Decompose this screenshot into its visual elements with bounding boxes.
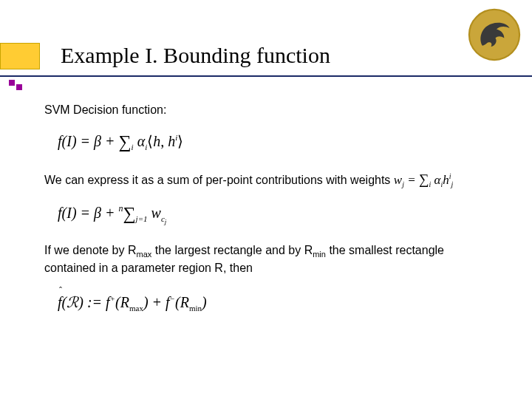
formula-per-point: f(I) = β + n∑j=1 wcj bbox=[58, 200, 488, 225]
accent-dot bbox=[9, 80, 15, 86]
rangle-icon: ⟩ bbox=[177, 133, 183, 149]
r-min-sub: min bbox=[313, 250, 326, 259]
sum-lower: j=1 bbox=[136, 214, 148, 223]
hat-icon: ˆ bbox=[59, 284, 62, 296]
accent-dot bbox=[16, 84, 22, 90]
R-arg: (ℛ) := f bbox=[62, 294, 110, 310]
rmin-sub: min bbox=[189, 304, 202, 313]
slide-body: SVM Decision function: f(I) = β + ∑i αi⟨… bbox=[44, 102, 488, 332]
eq: = bbox=[404, 173, 419, 187]
j-sub: j bbox=[165, 218, 167, 225]
f: f bbox=[58, 294, 62, 310]
paren2: (R bbox=[175, 294, 189, 310]
paragraph-svm-decision: SVM Decision function: bbox=[44, 102, 488, 118]
formula-weights-inline: wj = ∑i αihij bbox=[394, 173, 453, 187]
h-h: h, h bbox=[153, 133, 175, 149]
formula-svm-decision: f(I) = β + ∑i αi⟨h, hi⟩ bbox=[58, 129, 488, 153]
r-max-sub: max bbox=[137, 250, 152, 259]
sum-subscript: i bbox=[132, 143, 134, 151]
slide-title: Example I. Bounding function bbox=[61, 43, 330, 68]
paragraph-text: We can express it as a sum of per-point … bbox=[44, 174, 394, 186]
h-sub: j bbox=[451, 181, 454, 189]
f-plus-sup: + bbox=[110, 294, 115, 303]
f-minus-sup: − bbox=[170, 294, 175, 303]
text: If we denote by R bbox=[44, 244, 137, 256]
h: h bbox=[443, 173, 449, 187]
f-hat: ˆf bbox=[58, 293, 62, 313]
sum-upper: n bbox=[119, 203, 123, 214]
rmax-sub: max bbox=[129, 304, 143, 313]
w: w bbox=[148, 205, 161, 221]
mid: ) + f bbox=[143, 294, 170, 310]
corner-accent-box bbox=[0, 43, 40, 69]
alpha: α bbox=[137, 133, 146, 149]
h-sup: i bbox=[449, 173, 451, 181]
slide: Example I. Bounding function SVM Decisio… bbox=[0, 0, 532, 399]
sigma-icon: ∑ bbox=[119, 132, 132, 151]
paren: (R bbox=[115, 294, 129, 310]
sigma-icon: ∑ bbox=[419, 171, 429, 187]
pegasus-seal-icon bbox=[467, 7, 522, 62]
paragraph-rect: If we denote by Rmax the largest rectang… bbox=[44, 242, 488, 276]
formula-text: f(I) = β + bbox=[58, 205, 119, 221]
title-underline bbox=[0, 75, 532, 77]
w: w bbox=[394, 173, 402, 187]
close: ) bbox=[202, 294, 207, 310]
alpha: α bbox=[431, 173, 440, 187]
formula-bounding: ˆf(ℛ) := f+(Rmax) + f−(Rmin) bbox=[58, 293, 488, 314]
sigma-icon: ∑ bbox=[123, 204, 136, 223]
paragraph-weights: We can express it as a sum of per-point … bbox=[44, 170, 488, 190]
formula-text: f(I) = β + bbox=[58, 133, 119, 149]
text: the largest rectangle and by R bbox=[151, 244, 313, 256]
